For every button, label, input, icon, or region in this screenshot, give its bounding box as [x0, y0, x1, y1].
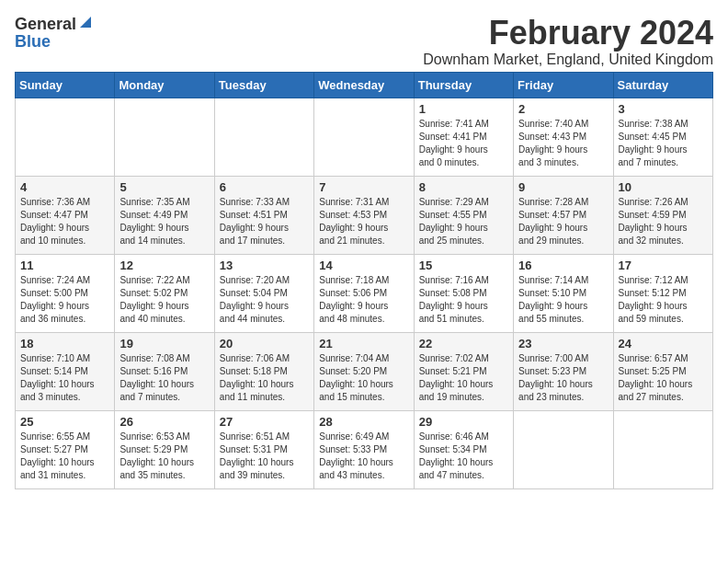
day-number: 19: [119, 337, 209, 350]
day-header-saturday: Saturday: [613, 72, 712, 98]
logo: General Blue: [15, 15, 93, 50]
calendar-cell: 23Sunrise: 7:00 AM Sunset: 5:23 PM Dayli…: [514, 332, 613, 410]
day-number: 12: [119, 259, 209, 272]
calendar-cell: 25Sunrise: 6:55 AM Sunset: 5:27 PM Dayli…: [16, 410, 115, 488]
day-info: Sunrise: 7:36 AM Sunset: 4:47 PM Dayligh…: [20, 196, 109, 247]
day-number: 2: [518, 102, 608, 116]
day-info: Sunrise: 7:35 AM Sunset: 4:49 PM Dayligh…: [119, 196, 209, 247]
day-number: 6: [220, 180, 309, 194]
calendar-cell: 10Sunrise: 7:26 AM Sunset: 4:59 PM Dayli…: [613, 176, 712, 254]
calendar-cell: 8Sunrise: 7:29 AM Sunset: 4:55 PM Daylig…: [414, 176, 513, 254]
calendar-cell: 27Sunrise: 6:51 AM Sunset: 5:31 PM Dayli…: [214, 410, 313, 488]
calendar-cell: 7Sunrise: 7:31 AM Sunset: 4:53 PM Daylig…: [314, 176, 414, 254]
title-section: February 2024 Downham Market, England, U…: [423, 15, 713, 68]
day-number: 7: [319, 180, 408, 194]
header: General Blue February 2024 Downham Marke…: [15, 15, 713, 68]
day-info: Sunrise: 7:26 AM Sunset: 4:59 PM Dayligh…: [619, 196, 708, 247]
day-number: 27: [220, 415, 309, 429]
calendar-cell: 29Sunrise: 6:46 AM Sunset: 5:34 PM Dayli…: [414, 410, 513, 488]
calendar-cell: [314, 98, 414, 176]
calendar-cell: 11Sunrise: 7:24 AM Sunset: 5:00 PM Dayli…: [16, 254, 115, 332]
day-number: 1: [419, 102, 508, 116]
day-info: Sunrise: 7:24 AM Sunset: 5:00 PM Dayligh…: [20, 274, 109, 326]
calendar-cell: 1Sunrise: 7:41 AM Sunset: 4:41 PM Daylig…: [414, 98, 513, 176]
logo-triangle-icon: [78, 15, 93, 29]
calendar-cell: 18Sunrise: 7:10 AM Sunset: 5:14 PM Dayli…: [16, 332, 115, 410]
day-number: 25: [20, 415, 109, 429]
calendar-week-3: 11Sunrise: 7:24 AM Sunset: 5:00 PM Dayli…: [16, 254, 713, 332]
logo-general: General: [15, 16, 76, 32]
day-header-friday: Friday: [514, 72, 613, 98]
day-number: 3: [619, 102, 708, 116]
calendar-cell: 2Sunrise: 7:40 AM Sunset: 4:43 PM Daylig…: [514, 98, 613, 176]
day-header-wednesday: Wednesday: [314, 72, 414, 98]
svg-marker-0: [80, 17, 91, 28]
calendar-cell: 20Sunrise: 7:06 AM Sunset: 5:18 PM Dayli…: [214, 332, 313, 410]
calendar-cell: 5Sunrise: 7:35 AM Sunset: 4:49 PM Daylig…: [115, 176, 214, 254]
day-number: 26: [119, 415, 209, 429]
day-number: 29: [419, 415, 508, 429]
day-info: Sunrise: 6:49 AM Sunset: 5:33 PM Dayligh…: [319, 431, 408, 482]
day-info: Sunrise: 7:06 AM Sunset: 5:18 PM Dayligh…: [220, 352, 309, 404]
day-info: Sunrise: 7:28 AM Sunset: 4:57 PM Dayligh…: [518, 196, 608, 247]
day-number: 22: [419, 337, 508, 350]
day-info: Sunrise: 7:29 AM Sunset: 4:55 PM Dayligh…: [419, 196, 508, 247]
day-info: Sunrise: 7:31 AM Sunset: 4:53 PM Dayligh…: [319, 196, 408, 247]
day-info: Sunrise: 7:14 AM Sunset: 5:10 PM Dayligh…: [518, 274, 608, 326]
calendar-cell: 21Sunrise: 7:04 AM Sunset: 5:20 PM Dayli…: [314, 332, 414, 410]
day-number: 16: [518, 259, 608, 272]
calendar-title: February 2024: [423, 15, 713, 52]
day-header-tuesday: Tuesday: [214, 72, 313, 98]
calendar-week-2: 4Sunrise: 7:36 AM Sunset: 4:47 PM Daylig…: [16, 176, 713, 254]
calendar-cell: 17Sunrise: 7:12 AM Sunset: 5:12 PM Dayli…: [613, 254, 712, 332]
calendar-cell: 22Sunrise: 7:02 AM Sunset: 5:21 PM Dayli…: [414, 332, 513, 410]
calendar-cell: 3Sunrise: 7:38 AM Sunset: 4:45 PM Daylig…: [613, 98, 712, 176]
calendar-subtitle: Downham Market, England, United Kingdom: [423, 52, 713, 68]
day-info: Sunrise: 7:04 AM Sunset: 5:20 PM Dayligh…: [319, 352, 408, 404]
day-header-monday: Monday: [115, 72, 214, 98]
calendar-cell: 24Sunrise: 6:57 AM Sunset: 5:25 PM Dayli…: [613, 332, 712, 410]
calendar-week-1: 1Sunrise: 7:41 AM Sunset: 4:41 PM Daylig…: [16, 98, 713, 176]
day-number: 28: [319, 415, 408, 429]
logo-blue: Blue: [15, 33, 51, 50]
calendar-cell: 19Sunrise: 7:08 AM Sunset: 5:16 PM Dayli…: [115, 332, 214, 410]
calendar-cell: 9Sunrise: 7:28 AM Sunset: 4:57 PM Daylig…: [514, 176, 613, 254]
day-info: Sunrise: 6:51 AM Sunset: 5:31 PM Dayligh…: [220, 431, 309, 482]
day-number: 10: [619, 180, 708, 194]
day-header-sunday: Sunday: [16, 72, 115, 98]
day-info: Sunrise: 7:02 AM Sunset: 5:21 PM Dayligh…: [419, 352, 508, 404]
day-number: 23: [518, 337, 608, 350]
day-number: 5: [119, 180, 209, 194]
calendar-cell: [16, 98, 115, 176]
day-info: Sunrise: 7:10 AM Sunset: 5:14 PM Dayligh…: [20, 352, 109, 404]
day-info: Sunrise: 6:46 AM Sunset: 5:34 PM Dayligh…: [419, 431, 508, 482]
day-info: Sunrise: 7:22 AM Sunset: 5:02 PM Dayligh…: [119, 274, 209, 326]
day-number: 18: [20, 337, 109, 350]
day-info: Sunrise: 7:18 AM Sunset: 5:06 PM Dayligh…: [319, 274, 408, 326]
day-number: 14: [319, 259, 408, 272]
calendar-cell: 26Sunrise: 6:53 AM Sunset: 5:29 PM Dayli…: [115, 410, 214, 488]
calendar-cell: 12Sunrise: 7:22 AM Sunset: 5:02 PM Dayli…: [115, 254, 214, 332]
calendar-cell: 28Sunrise: 6:49 AM Sunset: 5:33 PM Dayli…: [314, 410, 414, 488]
day-number: 24: [619, 337, 708, 350]
day-info: Sunrise: 7:00 AM Sunset: 5:23 PM Dayligh…: [518, 352, 608, 404]
day-info: Sunrise: 7:16 AM Sunset: 5:08 PM Dayligh…: [419, 274, 508, 326]
day-number: 4: [20, 180, 109, 194]
day-info: Sunrise: 6:57 AM Sunset: 5:25 PM Dayligh…: [619, 352, 708, 404]
calendar-cell: 13Sunrise: 7:20 AM Sunset: 5:04 PM Dayli…: [214, 254, 313, 332]
day-info: Sunrise: 7:41 AM Sunset: 4:41 PM Dayligh…: [419, 118, 508, 169]
calendar-table: SundayMondayTuesdayWednesdayThursdayFrid…: [15, 72, 713, 489]
day-number: 21: [319, 337, 408, 350]
calendar-cell: 15Sunrise: 7:16 AM Sunset: 5:08 PM Dayli…: [414, 254, 513, 332]
calendar-cell: 16Sunrise: 7:14 AM Sunset: 5:10 PM Dayli…: [514, 254, 613, 332]
day-number: 15: [419, 259, 508, 272]
calendar-cell: [514, 410, 613, 488]
day-info: Sunrise: 7:33 AM Sunset: 4:51 PM Dayligh…: [220, 196, 309, 247]
calendar-cell: 4Sunrise: 7:36 AM Sunset: 4:47 PM Daylig…: [16, 176, 115, 254]
day-number: 17: [619, 259, 708, 272]
calendar-cell: [115, 98, 214, 176]
calendar-cell: 14Sunrise: 7:18 AM Sunset: 5:06 PM Dayli…: [314, 254, 414, 332]
day-number: 9: [518, 180, 608, 194]
day-number: 20: [220, 337, 309, 350]
calendar-cell: [214, 98, 313, 176]
